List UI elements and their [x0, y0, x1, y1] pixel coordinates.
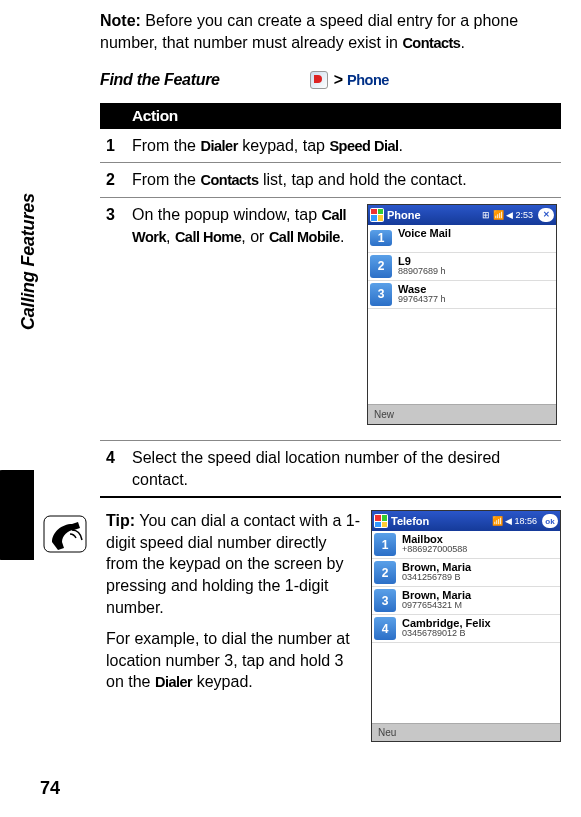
app-name-1: Phone: [387, 208, 479, 223]
screenshot-1: Phone ⊞ 📶 ◀ 2:53 ✕ 1 Voice Mail: [367, 204, 557, 434]
close-icon: ✕: [538, 208, 554, 222]
tip-para-2: For example, to dial the number at locat…: [106, 628, 361, 693]
step-text-3: On the popup window, tap Call Work, Call…: [128, 197, 561, 440]
titlebar-1: Phone ⊞ 📶 ◀ 2:53 ✕: [368, 205, 556, 225]
action-table: Action 1 From the Dialer keypad, tap Spe…: [100, 103, 561, 498]
speed-badge: 3: [370, 283, 392, 306]
speed-sub: 03456789012 B: [402, 629, 491, 639]
speed-list-2: 1 Mailbox+886927000588 2 Brown, Maria034…: [372, 531, 560, 723]
status-icons-1: ⊞ 📶 ◀ 2:53: [482, 209, 533, 221]
step-num-1: 1: [100, 129, 128, 163]
action-row-2: 2 From the Contacts list, tap and hold t…: [100, 163, 561, 198]
tip-label: Tip:: [106, 512, 135, 529]
list-item: 4 Cambridge, Felix03456789012 B: [372, 615, 560, 643]
clock-1: 2:53: [515, 209, 533, 221]
step2-a: From the: [132, 171, 200, 188]
step-text-4: Select the speed dial location number of…: [128, 440, 561, 497]
app-name-2: Telefon: [391, 515, 489, 527]
step3-e: , or: [241, 228, 269, 245]
speed-badge: 2: [370, 255, 392, 278]
step-num-4: 4: [100, 440, 128, 497]
screenshot-2: Telefon 📶 ◀ 18:56 ok 1 Mailbox+886927000…: [371, 510, 561, 742]
speed-list-1: 1 Voice Mail 2 L988907689 h 3 Wase997643…: [368, 225, 556, 404]
list-item: 3 Wase99764377 h: [368, 281, 556, 309]
step2-c: list, tap and hold the contact.: [259, 171, 467, 188]
step-text-1: From the Dialer keypad, tap Speed Dial.: [128, 129, 561, 163]
tip-text-a: You can dial a contact with a 1-digit sp…: [106, 512, 360, 615]
step2-contacts: Contacts: [200, 172, 258, 188]
speed-badge: 1: [374, 533, 396, 556]
step3-callhome: Call Home: [175, 229, 241, 245]
step3-c: ,: [166, 228, 175, 245]
step1-dialer: Dialer: [200, 138, 237, 154]
action-row-3: 3 On the popup window, tap Call Work, Ca…: [100, 197, 561, 440]
speed-badge: 1: [370, 230, 392, 246]
find-feature-row: Find the Feature > Phone: [100, 71, 561, 89]
tip-para-1: Tip: You can dial a contact with a 1-dig…: [106, 510, 361, 618]
list-item: 1 Voice Mail: [368, 225, 556, 253]
speed-badge: 2: [374, 561, 396, 584]
clock-2: 18:56: [514, 516, 537, 526]
softkey-bar-2: Neu: [372, 723, 560, 741]
speed-badge: 3: [374, 589, 396, 612]
speed-sub: 0977654321 M: [402, 601, 471, 611]
step3-a: On the popup window, tap: [132, 206, 321, 223]
page-number: 74: [40, 778, 60, 799]
speed-name: Voice Mail: [398, 227, 451, 239]
note-label: Note:: [100, 12, 141, 29]
start-menu-icon: [370, 208, 384, 222]
list-item: 2 L988907689 h: [368, 253, 556, 281]
tip-text-b-b: keypad.: [192, 673, 252, 690]
list-item: 2 Brown, Maria0341256789 B: [372, 559, 560, 587]
step1-speeddial: Speed Dial: [329, 138, 398, 154]
start-icon: [310, 71, 328, 89]
action-row-4: 4 Select the speed dial location number …: [100, 440, 561, 497]
speed-sub: 99764377 h: [398, 295, 446, 305]
step3-g: .: [340, 228, 344, 245]
speed-sub: 88907689 h: [398, 267, 446, 277]
note-paragraph: Note: Before you can create a speed dial…: [100, 10, 561, 55]
tip-dialer: Dialer: [155, 674, 192, 690]
note-contacts: Contacts: [402, 35, 460, 51]
ok-button-icon: ok: [542, 514, 558, 528]
titlebar-2: Telefon 📶 ◀ 18:56 ok: [372, 511, 560, 531]
breadcrumb-phone: Phone: [347, 72, 389, 88]
step1-a: From the: [132, 137, 200, 154]
step1-c: keypad, tap: [238, 137, 330, 154]
list-item: 3 Brown, Maria0977654321 M: [372, 587, 560, 615]
step-text-2: From the Contacts list, tap and hold the…: [128, 163, 561, 198]
softkey-bar-1: New: [368, 404, 556, 425]
action-row-1: 1 From the Dialer keypad, tap Speed Dial…: [100, 129, 561, 163]
speed-sub: +886927000588: [402, 545, 467, 555]
tip-section: Tip: You can dial a contact with a 1-dig…: [100, 510, 561, 742]
step-num-2: 2: [100, 163, 128, 198]
action-header-row: Action: [100, 103, 561, 129]
blank-area: [368, 309, 556, 404]
phone-icon: [42, 512, 90, 556]
blank-area: [372, 643, 560, 723]
start-menu-icon: [374, 514, 388, 528]
breadcrumb-separator: >: [334, 71, 343, 89]
speed-badge: 4: [374, 617, 396, 640]
step3-callmobile: Call Mobile: [269, 229, 340, 245]
action-header: Action: [100, 103, 561, 129]
status-icons-2: 📶 ◀ 18:56: [492, 516, 537, 526]
list-item: 1 Mailbox+886927000588: [372, 531, 560, 559]
find-feature-label: Find the Feature: [100, 71, 220, 89]
speed-sub: 0341256789 B: [402, 573, 471, 583]
step-num-3: 3: [100, 197, 128, 440]
note-text-b: .: [460, 34, 464, 51]
step1-e: .: [399, 137, 403, 154]
